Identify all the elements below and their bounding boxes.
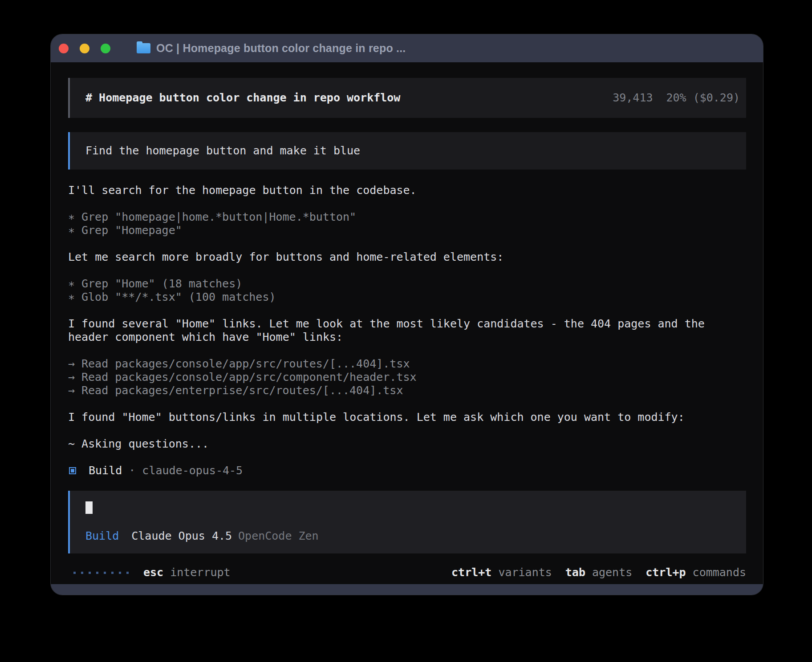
working-status-text: ~ Asking questions...	[68, 437, 209, 450]
tool-call-line: →Read packages/enterprise/src/routes/[..…	[68, 384, 746, 397]
window-bottom-strip	[51, 584, 763, 595]
grep-marker-icon: ∗	[68, 224, 81, 237]
tool-call-line: →Read packages/console/app/src/component…	[68, 371, 746, 384]
zoom-button[interactable]	[101, 44, 110, 53]
hint-commands: ctrl+pcommands	[646, 566, 746, 579]
hint-label: commands	[693, 566, 746, 579]
esc-key: esc	[143, 566, 163, 579]
hint-key: ctrl+p	[646, 566, 686, 579]
read-arrow-icon: →	[68, 357, 81, 371]
session-title: # Homepage button color change in repo w…	[85, 91, 400, 105]
terminal-window: OC | Homepage button color change in rep…	[51, 34, 763, 595]
assistant-paragraph: I found "Home" buttons/links in multiple…	[68, 411, 746, 424]
tool-call-text: Glob "**/*.tsx" (100 matches)	[81, 291, 276, 303]
terminal-content: # Homepage button color change in repo w…	[51, 62, 763, 584]
status-bar-right: ctrl+tvariants tabagents ctrl+pcommands	[451, 566, 746, 579]
tool-call-line: ∗Grep "Homepage"	[68, 224, 746, 237]
input-mode[interactable]: Build	[85, 529, 119, 542]
close-button[interactable]	[59, 44, 69, 53]
assistant-paragraph: I'll search for the homepage button in t…	[68, 184, 746, 197]
agent-model: claude-opus-4-5	[142, 464, 243, 477]
spinner-dots-icon	[73, 572, 129, 574]
hint-label: variants	[498, 566, 552, 579]
session-stats: 39,41320%($0.29)	[613, 91, 740, 105]
tool-call-text: Grep "Homepage"	[81, 224, 182, 237]
tool-call-line: →Read packages/console/app/src/routes/[.…	[68, 357, 746, 371]
user-message: Find the homepage button and make it blu…	[68, 132, 746, 170]
tool-call-group: ∗Grep "Home" (18 matches) ∗Glob "**/*.ts…	[68, 277, 746, 304]
text-cursor	[85, 501, 93, 514]
prompt-input[interactable]: BuildClaude Opus 4.5OpenCode Zen	[68, 491, 746, 553]
hint-label: agents	[592, 566, 632, 579]
input-line[interactable]	[85, 501, 731, 515]
title-bar: OC | Homepage button color change in rep…	[51, 34, 763, 62]
tool-call-text: Grep "homepage|home.*button|Home.*button…	[81, 210, 356, 223]
grep-marker-icon: ∗	[68, 210, 81, 224]
status-bar: esc interrupt ctrl+tvariants tabagents c…	[68, 566, 746, 579]
context-percent: 20%	[666, 91, 686, 104]
assistant-paragraph: I found several "Home" links. Let me loo…	[68, 317, 746, 344]
hint-agents: tabagents	[565, 566, 632, 579]
read-arrow-icon: →	[68, 384, 81, 397]
tool-call-group: ∗Grep "homepage|home.*button|Home.*butto…	[68, 210, 746, 237]
working-status: ~ Asking questions...	[68, 437, 746, 451]
tool-call-group: →Read packages/console/app/src/routes/[.…	[68, 357, 746, 397]
read-arrow-icon: →	[68, 371, 81, 384]
assistant-text: I'll search for the homepage button in t…	[68, 184, 417, 197]
assistant-text: Let me search more broadly for buttons a…	[68, 250, 503, 263]
agent-build-icon	[69, 467, 76, 474]
minimize-button[interactable]	[80, 44, 89, 53]
assistant-text: I found "Home" buttons/links in multiple…	[68, 411, 685, 424]
hint-variants: ctrl+tvariants	[451, 566, 552, 579]
token-count: 39,413	[613, 91, 653, 104]
hint-key: tab	[565, 566, 585, 579]
tool-call-line: ∗Grep "Home" (18 matches)	[68, 277, 746, 291]
hint-key: ctrl+t	[451, 566, 491, 579]
tool-call-line: ∗Grep "homepage|home.*button|Home.*butto…	[68, 210, 746, 224]
input-model[interactable]: Claude Opus 4.5	[131, 529, 232, 542]
window-title: OC | Homepage button color change in rep…	[156, 42, 406, 55]
tool-call-text: Read packages/console/app/src/component/…	[81, 371, 417, 383]
input-meta: BuildClaude Opus 4.5OpenCode Zen	[85, 529, 731, 543]
tool-call-text: Read packages/console/app/src/routes/[..…	[81, 357, 410, 370]
agent-name: Build	[89, 464, 122, 477]
folder-icon	[137, 43, 150, 53]
assistant-paragraph: Let me search more broadly for buttons a…	[68, 250, 746, 264]
tool-call-line: ∗Glob "**/*.tsx" (100 matches)	[68, 291, 746, 304]
input-provider: OpenCode Zen	[238, 529, 319, 542]
glob-marker-icon: ∗	[68, 291, 81, 304]
assistant-text: I found several "Home" links. Let me loo…	[68, 317, 705, 343]
agent-status-line: Build · claude-opus-4-5	[68, 464, 746, 477]
user-message-text: Find the homepage button and make it blu…	[85, 144, 360, 157]
status-bar-left: esc interrupt	[73, 566, 231, 579]
session-cost: ($0.29)	[693, 91, 740, 104]
grep-marker-icon: ∗	[68, 277, 81, 291]
agent-separator: ·	[129, 464, 135, 477]
tool-call-text: Read packages/enterprise/src/routes/[...…	[81, 384, 403, 397]
tool-call-text: Grep "Home" (18 matches)	[81, 277, 242, 290]
session-header: # Homepage button color change in repo w…	[68, 78, 746, 118]
esc-label: interrupt	[170, 566, 230, 579]
